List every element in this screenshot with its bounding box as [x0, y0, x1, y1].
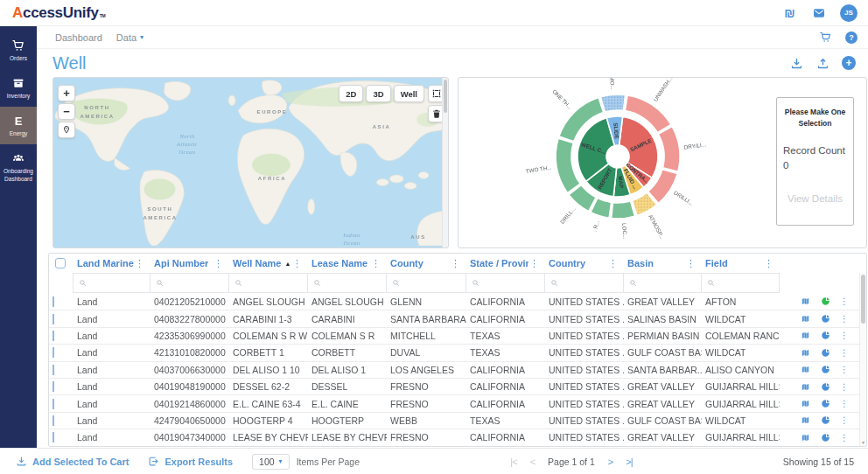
map-icon[interactable] [800, 399, 810, 409]
column-header-field[interactable]: Field⋮ [702, 254, 780, 273]
column-header-basin[interactable]: Basin⋮ [624, 254, 702, 273]
row-checkbox[interactable] [52, 347, 54, 358]
pie-chart-icon[interactable] [820, 314, 830, 324]
add-selected-to-cart-button[interactable]: Add Selected To Cart [16, 456, 129, 467]
add-icon[interactable]: + [842, 56, 856, 70]
table-row[interactable]: Land04019047340000LEASE BY CHEVR...LEASE… [49, 429, 866, 445]
column-menu-icon[interactable]: ⋮ [291, 258, 303, 269]
map-button-3d[interactable]: 3D [366, 85, 390, 102]
filter-input-state-provinc[interactable] [466, 273, 545, 293]
map-icon[interactable] [800, 415, 810, 426]
pie-chart-icon[interactable] [820, 347, 830, 358]
table-row[interactable]: Land42131010820000CORBETT 1CORBETTDUVALT… [49, 344, 866, 360]
row-menu-icon[interactable]: ⋮ [840, 382, 849, 392]
zoom-in-button[interactable]: + [58, 85, 75, 101]
pie-chart-icon[interactable] [820, 365, 830, 375]
sidebar-item-energy[interactable]: EEnergy [0, 107, 37, 144]
row-checkbox[interactable] [52, 314, 54, 324]
world-map[interactable] [53, 78, 448, 246]
pie-chart-icon[interactable] [820, 432, 830, 443]
column-menu-icon[interactable]: ⋮ [134, 258, 145, 269]
next-page-button[interactable]: > [608, 457, 612, 467]
row-checkbox[interactable] [52, 365, 54, 375]
column-header-land-marine[interactable]: Land Marine⋮ [74, 254, 150, 273]
sunburst-segment-loc[interactable] [612, 201, 635, 219]
mail-icon[interactable] [811, 5, 826, 20]
row-checkbox[interactable] [52, 399, 54, 409]
sunburst-segment-dry-li[interactable] [658, 127, 680, 172]
pie-chart-icon[interactable] [820, 331, 830, 341]
sidebar-item-inventory[interactable]: Inventory [0, 69, 37, 107]
sunburst-segment-mo[interactable] [600, 94, 625, 112]
locate-pin-icon[interactable] [58, 122, 75, 138]
last-page-button[interactable]: >| [626, 457, 632, 467]
first-page-button[interactable]: |< [510, 457, 516, 467]
row-menu-icon[interactable]: ⋮ [840, 365, 849, 374]
column-menu-icon[interactable]: ⋮ [607, 258, 619, 269]
row-menu-icon[interactable]: ⋮ [840, 399, 849, 408]
pie-chart-icon[interactable] [820, 415, 830, 426]
pie-chart-icon[interactable] [820, 381, 830, 392]
filter-input-lease-name[interactable] [307, 273, 387, 293]
map-icon[interactable] [800, 314, 810, 324]
filter-input-well-name[interactable] [228, 273, 308, 293]
column-header-state-provinc[interactable]: State / Provinc...⋮ [466, 254, 545, 273]
row-checkbox[interactable] [52, 381, 54, 392]
upload-icon[interactable] [816, 56, 830, 71]
pie-chart-icon[interactable] [820, 399, 830, 409]
filter-input-basin[interactable] [623, 273, 702, 293]
column-header-api-number[interactable]: Api Number⋮ [150, 254, 229, 273]
user-avatar[interactable]: JS [840, 4, 858, 22]
row-menu-icon[interactable]: ⋮ [840, 296, 849, 306]
help-icon[interactable]: ? [845, 31, 858, 44]
map-scrollbar[interactable] [442, 78, 448, 247]
row-checkbox[interactable] [52, 296, 54, 307]
shekel-icon[interactable]: ₪ [782, 5, 797, 20]
map-icon[interactable] [800, 331, 810, 341]
table-row[interactable]: Land04019214860000E.L. CAINE 63-4E.L. CA… [49, 394, 866, 411]
filter-input-api-number[interactable] [150, 273, 229, 293]
table-row[interactable]: Land04037006630000DEL ALISO 1 10DEL ALIS… [49, 361, 866, 378]
map-panel[interactable]: NORTH AMERICAEUROPEASIAAFRICASOUTH AMERI… [52, 77, 449, 248]
row-menu-icon[interactable]: ⋮ [840, 415, 849, 425]
export-results-button[interactable]: Export Results [148, 456, 233, 467]
column-header-country[interactable]: Country⋮ [545, 254, 624, 273]
table-row[interactable]: Land04021205210000ANGEL SLOUGH ...ANGEL … [49, 293, 866, 310]
map-icon[interactable] [800, 432, 810, 443]
view-details-button[interactable]: View Details [783, 191, 847, 206]
map-icon[interactable] [800, 381, 810, 392]
column-menu-icon[interactable]: ⋮ [213, 258, 224, 269]
nav-item-dashboard[interactable]: Dashboard [55, 32, 102, 43]
column-menu-icon[interactable]: ⋮ [450, 258, 461, 269]
sidebar-item-orders[interactable]: Orders [0, 31, 37, 69]
column-header-lease-name[interactable]: Lease Name⋮ [308, 254, 387, 273]
table-row[interactable]: Land42479040650000HOOGTERP 4HOOGTERPWEBB… [49, 412, 866, 429]
sunburst-segment-two-th[interactable] [556, 138, 580, 192]
column-header-well-name[interactable]: Well Name▲⋮ [229, 254, 308, 273]
column-menu-icon[interactable]: ⋮ [763, 258, 774, 269]
select-all-checkbox[interactable] [55, 258, 66, 268]
page-size-select[interactable]: 100▾ [252, 454, 290, 470]
filter-input-land-marine[interactable] [73, 273, 150, 293]
filter-input-country[interactable] [544, 273, 624, 293]
row-checkbox[interactable] [52, 432, 54, 443]
table-row[interactable]: Land42335306990000COLEMAN S R WI...COLEM… [49, 327, 866, 344]
zoom-out-button[interactable]: − [58, 103, 75, 120]
row-menu-icon[interactable]: ⋮ [840, 331, 849, 340]
row-menu-icon[interactable]: ⋮ [840, 433, 849, 443]
map-icon[interactable] [800, 347, 810, 358]
table-row[interactable]: Land04083227800000CARABINI 1-3CARABINISA… [49, 310, 866, 326]
filter-input-county[interactable] [386, 273, 466, 293]
cart-icon[interactable] [818, 30, 833, 45]
column-header-county[interactable]: County⋮ [387, 254, 466, 273]
row-checkbox[interactable] [52, 331, 54, 341]
sidebar-item-onboarding-dashboard[interactable]: Onboarding Dashboard [0, 144, 37, 189]
map-icon[interactable] [800, 365, 810, 375]
pie-chart-icon[interactable] [820, 296, 830, 307]
column-menu-icon[interactable]: ⋮ [685, 258, 696, 269]
filter-input-field[interactable] [701, 273, 780, 293]
map-button-well[interactable]: Well [394, 85, 424, 102]
nav-item-data[interactable]: Data▾ [116, 32, 144, 43]
column-menu-icon[interactable]: ⋮ [528, 258, 540, 269]
row-menu-icon[interactable]: ⋮ [840, 314, 849, 324]
